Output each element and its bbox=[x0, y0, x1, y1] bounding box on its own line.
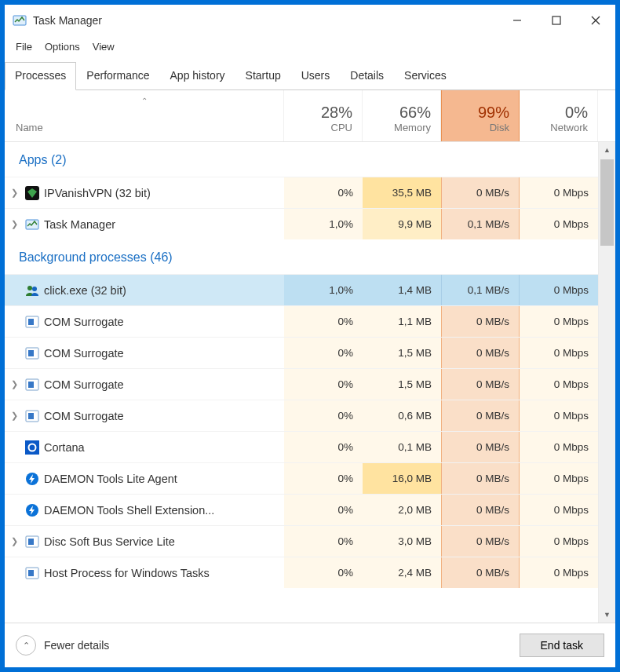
cell-memory: 1,1 MB bbox=[363, 306, 441, 337]
svg-rect-11 bbox=[28, 319, 34, 325]
cell-network: 0 Mbps bbox=[520, 369, 598, 400]
cell-disk: 0 MB/s bbox=[441, 557, 520, 588]
cell-cpu: 1,0% bbox=[284, 275, 363, 305]
svg-rect-25 bbox=[28, 570, 34, 576]
cell-disk: 0 MB/s bbox=[441, 177, 520, 208]
process-name: Cortana bbox=[41, 432, 284, 462]
cell-disk: 0,1 MB/s bbox=[441, 275, 520, 305]
process-row[interactable]: ❯Host Process for Windows Tasks0%2,4 MB0… bbox=[5, 557, 598, 588]
process-name: Host Process for Windows Tasks bbox=[41, 557, 284, 588]
chevron-up-icon: ⌃ bbox=[16, 635, 36, 656]
cell-cpu: 0% bbox=[284, 369, 363, 400]
expand-chevron-icon: ❯ bbox=[5, 432, 24, 462]
minimize-button[interactable] bbox=[498, 5, 537, 36]
column-header-cpu[interactable]: 28% CPU bbox=[284, 90, 363, 141]
svg-point-9 bbox=[32, 287, 37, 291]
cell-memory: 1,5 MB bbox=[363, 369, 441, 400]
process-name: click.exe (32 bit) bbox=[41, 275, 284, 305]
expand-chevron-icon: ❯ bbox=[5, 557, 24, 588]
cell-network: 0 Mbps bbox=[520, 526, 598, 557]
menu-options[interactable]: Options bbox=[38, 38, 86, 55]
process-row[interactable]: ❯COM Surrogate0%0,6 MB0 MB/s0 Mbps bbox=[5, 400, 598, 431]
column-header-network[interactable]: 0% Network bbox=[520, 90, 598, 141]
expand-chevron-icon[interactable]: ❯ bbox=[5, 526, 24, 557]
scrollbar-thumb[interactable] bbox=[600, 159, 614, 246]
process-name: Task Manager bbox=[41, 209, 284, 239]
svg-rect-15 bbox=[28, 382, 34, 388]
cell-disk: 0 MB/s bbox=[441, 526, 520, 557]
process-row[interactable]: ❯COM Surrogate0%1,5 MB0 MB/s0 Mbps bbox=[5, 337, 598, 368]
window-title: Task Manager bbox=[33, 14, 102, 27]
process-name: COM Surrogate bbox=[41, 306, 284, 337]
column-header-row: ⌃ Name 28% CPU 66% Memory 99% Disk 0% Ne… bbox=[5, 90, 615, 142]
svg-rect-23 bbox=[28, 539, 34, 545]
cell-memory: 9,9 MB bbox=[363, 209, 441, 239]
menu-view[interactable]: View bbox=[86, 38, 121, 55]
process-name: Disc Soft Bus Service Lite bbox=[41, 526, 284, 557]
menu-file[interactable]: File bbox=[9, 38, 38, 55]
tab-users[interactable]: Users bbox=[291, 62, 341, 90]
cell-disk: 0 MB/s bbox=[441, 432, 520, 462]
column-header-disk[interactable]: 99% Disk bbox=[441, 90, 520, 141]
expand-chevron-icon[interactable]: ❯ bbox=[5, 177, 24, 208]
cell-disk: 0 MB/s bbox=[441, 369, 520, 400]
cell-disk: 0,1 MB/s bbox=[441, 209, 520, 239]
end-task-button[interactable]: End task bbox=[520, 634, 604, 657]
column-header-name[interactable]: ⌃ Name bbox=[5, 90, 284, 141]
process-icon bbox=[24, 209, 41, 240]
process-row[interactable]: ❯DAEMON Tools Shell Extension...0%2,0 MB… bbox=[5, 494, 598, 525]
process-row[interactable]: ❯COM Surrogate0%1,1 MB0 MB/s0 Mbps bbox=[5, 305, 598, 337]
cell-memory: 1,4 MB bbox=[363, 275, 441, 305]
svg-rect-2 bbox=[553, 16, 560, 24]
tab-performance[interactable]: Performance bbox=[76, 62, 159, 90]
tab-processes[interactable]: Processes bbox=[5, 62, 76, 90]
cell-cpu: 0% bbox=[284, 526, 363, 557]
tab-startup[interactable]: Startup bbox=[235, 62, 291, 90]
process-row[interactable]: ❯IPVanishVPN (32 bit)0%35,5 MB0 MB/s0 Mb… bbox=[5, 177, 598, 208]
title-bar: Task Manager bbox=[5, 5, 615, 36]
fewer-details-button[interactable]: ⌃ Fewer details bbox=[16, 635, 109, 656]
cell-disk: 0 MB/s bbox=[441, 495, 520, 525]
cell-memory: 0,1 MB bbox=[363, 432, 441, 462]
tab-services[interactable]: Services bbox=[394, 62, 457, 90]
process-icon bbox=[24, 369, 41, 400]
scroll-up-icon[interactable]: ▲ bbox=[599, 142, 615, 158]
cell-cpu: 0% bbox=[284, 306, 363, 337]
cell-cpu: 0% bbox=[284, 432, 363, 462]
cell-cpu: 0% bbox=[284, 557, 363, 588]
menu-bar: File Options View bbox=[5, 36, 615, 57]
cell-network: 0 Mbps bbox=[520, 338, 598, 368]
cell-cpu: 1,0% bbox=[284, 209, 363, 239]
scroll-down-icon[interactable]: ▼ bbox=[599, 607, 615, 623]
taskmgr-icon bbox=[13, 13, 27, 27]
expand-chevron-icon: ❯ bbox=[5, 306, 24, 337]
cell-cpu: 0% bbox=[284, 400, 363, 431]
expand-chevron-icon[interactable]: ❯ bbox=[5, 369, 24, 400]
expand-chevron-icon[interactable]: ❯ bbox=[5, 400, 24, 431]
cell-disk: 0 MB/s bbox=[441, 338, 520, 368]
process-row[interactable]: ❯click.exe (32 bit)1,0%1,4 MB0,1 MB/s0 M… bbox=[5, 274, 598, 305]
cell-cpu: 0% bbox=[284, 463, 363, 494]
cell-memory: 0,6 MB bbox=[363, 400, 441, 431]
process-icon bbox=[24, 275, 41, 306]
column-header-memory[interactable]: 66% Memory bbox=[363, 90, 441, 141]
process-icon bbox=[24, 306, 41, 338]
expand-chevron-icon[interactable]: ❯ bbox=[5, 209, 24, 239]
cell-disk: 0 MB/s bbox=[441, 463, 520, 494]
maximize-button[interactable] bbox=[537, 5, 576, 36]
tab-details[interactable]: Details bbox=[340, 62, 394, 90]
process-row[interactable]: ❯Cortana0%0,1 MB0 MB/s0 Mbps bbox=[5, 431, 598, 462]
cell-memory: 3,0 MB bbox=[363, 526, 441, 557]
process-row[interactable]: ❯Disc Soft Bus Service Lite0%3,0 MB0 MB/… bbox=[5, 525, 598, 557]
tab-app-history[interactable]: App history bbox=[160, 62, 235, 90]
close-button[interactable] bbox=[576, 5, 615, 36]
process-row[interactable]: ❯DAEMON Tools Lite Agent0%16,0 MB0 MB/s0… bbox=[5, 462, 598, 494]
vertical-scrollbar[interactable]: ▲ ▼ bbox=[598, 142, 615, 623]
tab-bar: Processes Performance App history Startu… bbox=[5, 61, 615, 90]
process-row[interactable]: ❯Task Manager1,0%9,9 MB0,1 MB/s0 Mbps bbox=[5, 208, 598, 239]
cell-network: 0 Mbps bbox=[520, 275, 598, 305]
sort-ascending-icon: ⌃ bbox=[141, 97, 148, 105]
svg-rect-13 bbox=[28, 350, 34, 356]
expand-chevron-icon: ❯ bbox=[5, 463, 24, 494]
process-row[interactable]: ❯COM Surrogate0%1,5 MB0 MB/s0 Mbps bbox=[5, 368, 598, 400]
